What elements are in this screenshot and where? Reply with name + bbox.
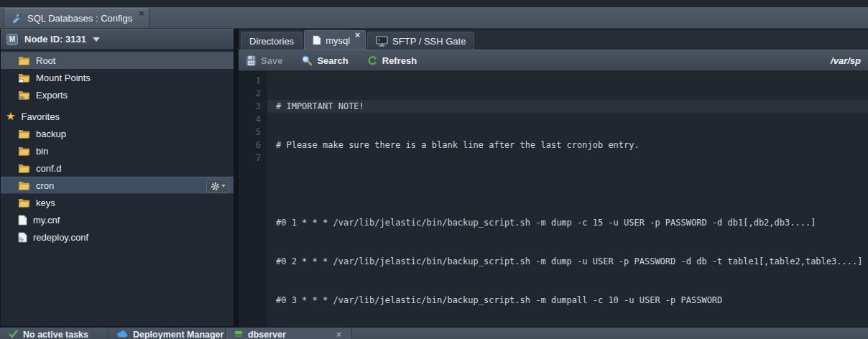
- file-icon: [313, 35, 321, 45]
- deployment-manager-button[interactable]: Deployment Manager: [108, 328, 225, 339]
- gear-icon: [211, 182, 220, 191]
- close-icon[interactable]: ×: [355, 32, 360, 40]
- close-icon[interactable]: ×: [336, 330, 341, 339]
- code-line: # IMPORTANT NOTE!: [267, 100, 868, 113]
- line-number: 4: [239, 113, 261, 126]
- line-number: 2: [239, 87, 261, 100]
- tree-item-label: cron: [36, 180, 54, 191]
- tree-item-favorites[interactable]: ★ Favorites: [1, 108, 234, 125]
- node-selector[interactable]: M Node ID: 3131: [1, 29, 234, 50]
- tree-item-bin[interactable]: bin: [1, 142, 234, 159]
- line-number: 7: [239, 152, 261, 164]
- tab-sftp-ssh-gate[interactable]: SFTP / SSH Gate: [367, 32, 474, 50]
- folder-icon: [18, 198, 30, 208]
- cloud-icon: [117, 330, 128, 338]
- folder-icon: [18, 180, 30, 190]
- tree-item-backup[interactable]: backup: [1, 125, 234, 142]
- main-tab-bar: SQL Databases : Configs ×: [0, 7, 868, 29]
- folder-icon: [18, 146, 30, 156]
- save-label: Save: [261, 55, 282, 66]
- folder-icon: [18, 163, 30, 173]
- tab-label: SFTP / SSH Gate: [392, 36, 466, 47]
- tree-item-keys[interactable]: keys: [1, 194, 234, 211]
- deployment-manager-label: Deployment Manager: [133, 330, 223, 339]
- tab-mysql[interactable]: mysql ×: [304, 30, 366, 50]
- search-label: Search: [317, 55, 348, 66]
- star-icon: ★: [6, 111, 15, 121]
- active-tasks-status[interactable]: No active tasks: [0, 328, 108, 339]
- line-number: 5: [239, 126, 261, 139]
- folder-link-icon: [18, 90, 30, 100]
- main-tab-label: SQL Databases : Configs: [27, 13, 132, 24]
- config-sidebar: M Node ID: 3131 Root Mount Points: [0, 29, 234, 327]
- mysql-node-badge: M: [6, 34, 18, 45]
- dbserver-label: dbserver: [248, 330, 286, 339]
- tree-item-label: Favorites: [21, 111, 59, 122]
- code-line: #0 2 * * * /var/lib/jelastic/bin/backup_…: [267, 255, 868, 268]
- tab-sql-databases-configs[interactable]: SQL Databases : Configs ×: [4, 8, 149, 28]
- tasks-label: No active tasks: [23, 330, 88, 339]
- status-bottom-bar: No active tasks Deployment Manager dbser…: [0, 327, 868, 339]
- folder-mount-icon: [18, 73, 30, 83]
- line-number: 3: [239, 100, 261, 113]
- editor-panel: Directories mysql ×: [239, 29, 868, 327]
- tree-item-label: Root: [36, 55, 55, 66]
- tree-item-label: backup: [36, 129, 66, 139]
- tree-item-label: Exports: [36, 90, 68, 101]
- tree-item-label: bin: [36, 146, 48, 157]
- search-icon: [301, 55, 313, 66]
- app-window: SQL Databases : Configs × M Node ID: 313…: [0, 0, 868, 339]
- tree-item-cron[interactable]: cron: [1, 177, 234, 194]
- item-actions-menu-button[interactable]: [206, 179, 229, 193]
- tree-item-conf-d[interactable]: conf.d: [1, 159, 234, 177]
- line-number-gutter: 1 2 3 4 5 6 7: [239, 71, 267, 327]
- editor-tab-bar: Directories mysql ×: [239, 29, 868, 50]
- tab-directories[interactable]: Directories: [241, 32, 303, 50]
- node-id-label: Node ID: 3131: [24, 34, 86, 45]
- code-area[interactable]: # IMPORTANT NOTE! # Please make sure the…: [267, 71, 868, 327]
- file-gear-icon: [18, 232, 27, 243]
- tree-item-label: my.cnf: [33, 215, 60, 226]
- save-button[interactable]: Save: [246, 55, 282, 66]
- file-icon: [18, 215, 27, 226]
- folder-open-icon: [18, 55, 30, 65]
- tab-label: mysql: [326, 35, 350, 46]
- tree-item-exports[interactable]: Exports: [1, 86, 234, 103]
- chevron-down-icon: [221, 185, 226, 187]
- tree-item-label: redeploy.conf: [33, 232, 88, 243]
- line-number: 1: [239, 74, 261, 87]
- floppy-save-icon: [246, 55, 257, 66]
- current-path-label: /var/sp: [831, 55, 861, 66]
- dbserver-panel-tab[interactable]: dbserver ×: [226, 328, 352, 339]
- search-button[interactable]: Search: [301, 55, 348, 66]
- check-icon: [9, 330, 18, 338]
- tree-item-label: Mount Points: [36, 73, 91, 83]
- wrench-icon: [11, 13, 22, 24]
- code-line: #0 1 * * * /var/lib/jelastic/bin/backup_…: [267, 216, 868, 229]
- code-editor: 1 2 3 4 5 6 7 # IMPORTANT NOTE! # Please…: [239, 71, 868, 327]
- code-line: [267, 177, 868, 190]
- tree-item-label: keys: [36, 198, 55, 208]
- tree-item-root[interactable]: Root: [1, 52, 234, 69]
- refresh-button[interactable]: Refresh: [367, 55, 417, 66]
- server-node-icon: [234, 330, 243, 338]
- tree-item-label: conf.d: [36, 163, 61, 174]
- chevron-down-icon: [93, 37, 100, 42]
- line-number: 6: [239, 139, 261, 152]
- file-tree: Root Mount Points Exports ★ Favor: [1, 50, 234, 326]
- tab-label: Directories: [249, 36, 294, 47]
- tree-item-my-cnf[interactable]: my.cnf: [1, 211, 234, 228]
- code-line: #0 3 * * * /var/lib/jelastic/bin/backup_…: [267, 294, 868, 307]
- folder-icon: [18, 129, 30, 139]
- refresh-label: Refresh: [382, 55, 417, 66]
- tree-item-mount-points[interactable]: Mount Points: [1, 69, 234, 86]
- refresh-icon: [367, 55, 378, 66]
- editor-toolbar: Save Search: [239, 50, 868, 71]
- window-top-strip: [0, 0, 868, 7]
- code-line: # Please make sure there is a blank line…: [267, 139, 868, 152]
- close-icon[interactable]: ×: [139, 9, 144, 18]
- tree-item-redeploy-conf[interactable]: redeploy.conf: [1, 228, 234, 246]
- terminal-monitor-icon: [376, 36, 388, 47]
